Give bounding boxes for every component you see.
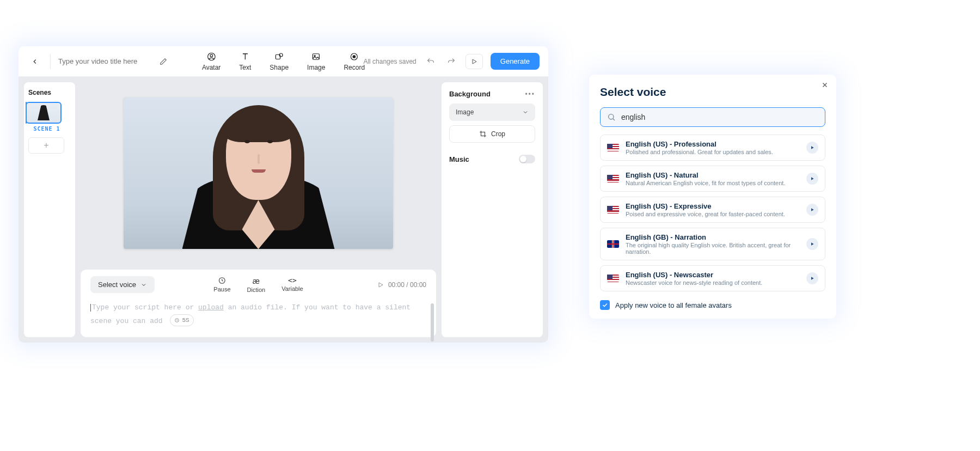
select-voice-button[interactable]: Select voice (90, 276, 155, 293)
preview-button[interactable] (465, 54, 483, 69)
script-textarea[interactable]: Type your script here or upload an audio… (90, 302, 426, 327)
voice-list: English (US) - Professional Polished and… (600, 135, 825, 292)
time-display: 00:00 / 00:00 (377, 281, 426, 289)
apply-all-checkbox[interactable] (600, 300, 610, 310)
voice-desc: Polished and professional. Great for upd… (626, 149, 800, 155)
topbar-right: All changes saved Generate (363, 53, 540, 70)
chevron-down-icon (522, 109, 529, 115)
voice-option[interactable]: English (US) - Natural Natural American … (600, 166, 825, 192)
avatar-tool[interactable]: Avatar (202, 52, 220, 71)
more-options-icon[interactable]: ••• (525, 90, 535, 98)
background-heading: Background (449, 90, 491, 98)
modal-footer: Apply new voice to all female avatars (600, 300, 825, 310)
tool-label: Image (307, 64, 325, 71)
diction-tool[interactable]: æ Diction (247, 276, 266, 293)
play-voice-button[interactable] (806, 238, 818, 250)
play-voice-button[interactable] (806, 272, 818, 284)
crop-button[interactable]: Crop (449, 125, 535, 143)
svg-point-1 (210, 54, 213, 57)
canvas[interactable] (81, 82, 436, 264)
image-tool[interactable]: Image (307, 52, 325, 71)
play-voice-button[interactable] (806, 173, 818, 185)
voice-option[interactable]: English (GB) - Narration The original hi… (600, 228, 825, 260)
chevron-down-icon (140, 282, 147, 288)
image-icon (311, 52, 321, 62)
diction-icon: æ (253, 276, 260, 285)
tool-label: Pause (213, 286, 230, 292)
tool-label: Shape (270, 64, 289, 71)
play-icon (471, 58, 477, 65)
svg-point-7 (353, 55, 356, 58)
voice-search[interactable] (600, 107, 825, 127)
tool-label: Variable (281, 285, 303, 292)
scene-thumbnail[interactable] (26, 102, 62, 124)
record-tool[interactable]: Record (344, 52, 365, 71)
voice-name: English (US) - Expressive (626, 202, 800, 210)
edit-title-icon[interactable] (160, 58, 167, 65)
crop-icon (479, 130, 487, 138)
insert-tools: Avatar Text Shape Image Record (202, 52, 365, 71)
redo-button[interactable] (445, 55, 458, 68)
voice-search-input[interactable] (621, 113, 818, 121)
voice-desc: Poised and expressive voice, great for f… (626, 211, 800, 217)
scenes-heading: Scenes (28, 89, 71, 96)
play-icon (810, 208, 814, 212)
script-tools: Pause æ Diction <> Variable (213, 276, 303, 293)
time-text: 00:00 / 00:00 (388, 281, 426, 289)
video-preview[interactable] (124, 97, 393, 249)
tool-label: Record (344, 64, 365, 71)
modal-title: Select voice (600, 86, 825, 99)
save-status: All changes saved (363, 58, 416, 65)
play-icon (810, 242, 814, 246)
scene-label: SCENE 1 (26, 126, 68, 132)
flag-us-icon (607, 175, 619, 182)
script-toolbar: Select voice Pause æ Diction (90, 276, 426, 293)
text-icon (240, 52, 250, 62)
pause-pill[interactable]: 5S (170, 314, 193, 327)
background-type-select[interactable]: Image (449, 103, 535, 121)
voice-name: English (US) - Newscaster (626, 271, 800, 279)
music-toggle[interactable] (519, 155, 535, 163)
voice-option[interactable]: English (US) - Newscaster Newscaster voi… (600, 265, 825, 291)
select-voice-label: Select voice (98, 281, 136, 289)
voice-name: English (US) - Natural (626, 171, 800, 179)
play-voice-button[interactable] (806, 142, 818, 154)
video-editor: Avatar Text Shape Image Record All chang… (19, 46, 548, 343)
search-icon (607, 113, 616, 121)
canvas-area: Select voice Pause æ Diction (75, 77, 442, 343)
play-icon (810, 176, 814, 181)
back-button[interactable] (27, 54, 42, 69)
voice-name: English (US) - Professional (626, 140, 800, 148)
divider (50, 54, 51, 69)
text-tool[interactable]: Text (239, 52, 251, 71)
flag-gb-icon (607, 240, 619, 248)
select-voice-modal: Select voice English (US) - Professional… (589, 75, 836, 319)
crop-label: Crop (491, 130, 505, 138)
close-button[interactable] (821, 81, 829, 89)
voice-option[interactable]: English (US) - Professional Polished and… (600, 135, 825, 161)
pause-tool[interactable]: Pause (213, 276, 230, 293)
apply-all-label: Apply new voice to all female avatars (615, 301, 732, 309)
voice-option[interactable]: English (US) - Expressive Poised and exp… (600, 197, 825, 223)
svg-rect-4 (313, 53, 320, 59)
voice-desc: Newscaster voice for news-style reading … (626, 279, 800, 286)
scene-item[interactable]: SCENE 1 (26, 102, 68, 132)
flag-us-icon (607, 206, 619, 214)
avatar-icon (206, 52, 216, 62)
play-icon[interactable] (377, 282, 384, 288)
video-title-input[interactable] (58, 57, 156, 65)
properties-panel: Background ••• Image Crop Music (442, 82, 543, 337)
scrollbar[interactable] (431, 303, 434, 342)
shape-tool[interactable]: Shape (270, 52, 289, 71)
generate-button[interactable]: Generate (491, 53, 540, 70)
variable-icon: <> (288, 276, 297, 284)
play-voice-button[interactable] (806, 204, 818, 216)
undo-button[interactable] (424, 55, 437, 68)
check-icon (602, 302, 608, 308)
variable-tool[interactable]: <> Variable (281, 276, 303, 293)
script-panel: Select voice Pause æ Diction (81, 270, 436, 337)
tool-label: Text (239, 64, 251, 71)
music-heading: Music (449, 155, 469, 163)
play-icon (810, 145, 814, 150)
add-scene-button[interactable]: + (28, 137, 64, 154)
